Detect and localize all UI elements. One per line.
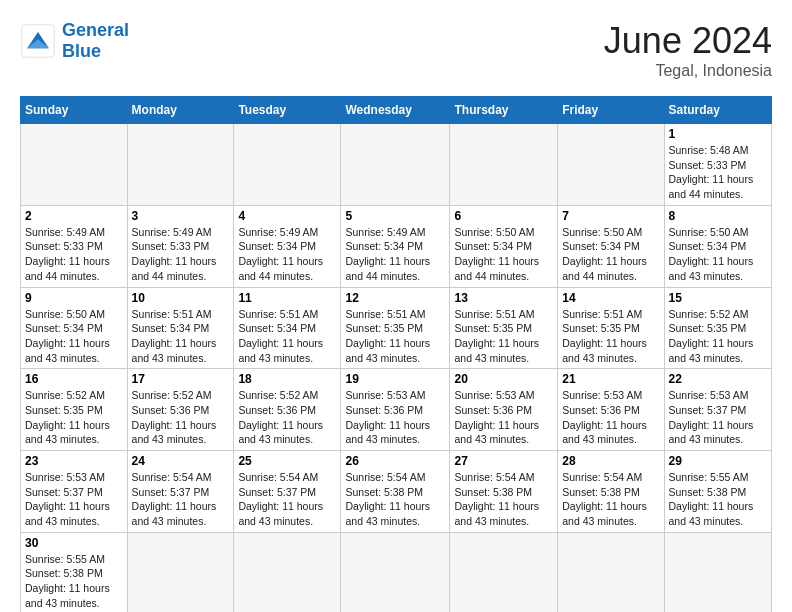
logo-icon <box>20 23 56 59</box>
day-info: Sunrise: 5:54 AMSunset: 5:37 PMDaylight:… <box>238 470 336 529</box>
calendar-cell <box>234 532 341 612</box>
calendar-cell: 2Sunrise: 5:49 AMSunset: 5:33 PMDaylight… <box>21 205 128 287</box>
calendar-cell: 13Sunrise: 5:51 AMSunset: 5:35 PMDayligh… <box>450 287 558 369</box>
weekday-header-wednesday: Wednesday <box>341 97 450 124</box>
logo-text: GeneralBlue <box>62 20 129 62</box>
calendar-cell: 30Sunrise: 5:55 AMSunset: 5:38 PMDayligh… <box>21 532 128 612</box>
calendar-cell: 22Sunrise: 5:53 AMSunset: 5:37 PMDayligh… <box>664 369 771 451</box>
day-number: 26 <box>345 454 445 468</box>
location-subtitle: Tegal, Indonesia <box>604 62 772 80</box>
day-info: Sunrise: 5:51 AMSunset: 5:35 PMDaylight:… <box>345 307 445 366</box>
day-info: Sunrise: 5:52 AMSunset: 5:36 PMDaylight:… <box>238 388 336 447</box>
day-info: Sunrise: 5:52 AMSunset: 5:35 PMDaylight:… <box>669 307 767 366</box>
day-number: 28 <box>562 454 659 468</box>
day-info: Sunrise: 5:52 AMSunset: 5:35 PMDaylight:… <box>25 388 123 447</box>
calendar-week-2: 9Sunrise: 5:50 AMSunset: 5:34 PMDaylight… <box>21 287 772 369</box>
day-info: Sunrise: 5:55 AMSunset: 5:38 PMDaylight:… <box>25 552 123 611</box>
day-info: Sunrise: 5:53 AMSunset: 5:36 PMDaylight:… <box>345 388 445 447</box>
day-number: 11 <box>238 291 336 305</box>
calendar-cell: 26Sunrise: 5:54 AMSunset: 5:38 PMDayligh… <box>341 451 450 533</box>
calendar-cell: 20Sunrise: 5:53 AMSunset: 5:36 PMDayligh… <box>450 369 558 451</box>
day-number: 10 <box>132 291 230 305</box>
day-info: Sunrise: 5:49 AMSunset: 5:34 PMDaylight:… <box>238 225 336 284</box>
page-header: GeneralBlue June 2024 Tegal, Indonesia <box>20 20 772 80</box>
day-number: 14 <box>562 291 659 305</box>
day-number: 4 <box>238 209 336 223</box>
calendar-cell: 18Sunrise: 5:52 AMSunset: 5:36 PMDayligh… <box>234 369 341 451</box>
day-info: Sunrise: 5:53 AMSunset: 5:37 PMDaylight:… <box>25 470 123 529</box>
weekday-header-friday: Friday <box>558 97 664 124</box>
logo: GeneralBlue <box>20 20 129 62</box>
day-number: 20 <box>454 372 553 386</box>
calendar-cell: 3Sunrise: 5:49 AMSunset: 5:33 PMDaylight… <box>127 205 234 287</box>
calendar-cell: 23Sunrise: 5:53 AMSunset: 5:37 PMDayligh… <box>21 451 128 533</box>
day-number: 27 <box>454 454 553 468</box>
day-info: Sunrise: 5:53 AMSunset: 5:36 PMDaylight:… <box>562 388 659 447</box>
calendar-cell <box>450 124 558 206</box>
month-year-title: June 2024 <box>604 20 772 62</box>
calendar-cell <box>450 532 558 612</box>
day-info: Sunrise: 5:50 AMSunset: 5:34 PMDaylight:… <box>25 307 123 366</box>
calendar-week-3: 16Sunrise: 5:52 AMSunset: 5:35 PMDayligh… <box>21 369 772 451</box>
calendar-cell: 29Sunrise: 5:55 AMSunset: 5:38 PMDayligh… <box>664 451 771 533</box>
day-number: 16 <box>25 372 123 386</box>
day-info: Sunrise: 5:50 AMSunset: 5:34 PMDaylight:… <box>669 225 767 284</box>
day-number: 1 <box>669 127 767 141</box>
calendar-cell <box>558 124 664 206</box>
weekday-header-monday: Monday <box>127 97 234 124</box>
day-info: Sunrise: 5:51 AMSunset: 5:35 PMDaylight:… <box>454 307 553 366</box>
day-number: 12 <box>345 291 445 305</box>
day-info: Sunrise: 5:49 AMSunset: 5:34 PMDaylight:… <box>345 225 445 284</box>
calendar-cell <box>341 124 450 206</box>
calendar-week-5: 30Sunrise: 5:55 AMSunset: 5:38 PMDayligh… <box>21 532 772 612</box>
calendar-cell: 1Sunrise: 5:48 AMSunset: 5:33 PMDaylight… <box>664 124 771 206</box>
day-number: 17 <box>132 372 230 386</box>
calendar-cell: 19Sunrise: 5:53 AMSunset: 5:36 PMDayligh… <box>341 369 450 451</box>
calendar-cell: 27Sunrise: 5:54 AMSunset: 5:38 PMDayligh… <box>450 451 558 533</box>
day-number: 3 <box>132 209 230 223</box>
calendar-cell: 4Sunrise: 5:49 AMSunset: 5:34 PMDaylight… <box>234 205 341 287</box>
title-block: June 2024 Tegal, Indonesia <box>604 20 772 80</box>
weekday-header-saturday: Saturday <box>664 97 771 124</box>
calendar-cell <box>558 532 664 612</box>
calendar-week-0: 1Sunrise: 5:48 AMSunset: 5:33 PMDaylight… <box>21 124 772 206</box>
day-number: 22 <box>669 372 767 386</box>
calendar-week-4: 23Sunrise: 5:53 AMSunset: 5:37 PMDayligh… <box>21 451 772 533</box>
day-number: 13 <box>454 291 553 305</box>
calendar-cell <box>127 124 234 206</box>
calendar-cell: 10Sunrise: 5:51 AMSunset: 5:34 PMDayligh… <box>127 287 234 369</box>
calendar-cell: 14Sunrise: 5:51 AMSunset: 5:35 PMDayligh… <box>558 287 664 369</box>
day-number: 29 <box>669 454 767 468</box>
calendar-cell: 9Sunrise: 5:50 AMSunset: 5:34 PMDaylight… <box>21 287 128 369</box>
calendar-cell: 28Sunrise: 5:54 AMSunset: 5:38 PMDayligh… <box>558 451 664 533</box>
day-number: 21 <box>562 372 659 386</box>
day-info: Sunrise: 5:55 AMSunset: 5:38 PMDaylight:… <box>669 470 767 529</box>
day-info: Sunrise: 5:48 AMSunset: 5:33 PMDaylight:… <box>669 143 767 202</box>
day-info: Sunrise: 5:51 AMSunset: 5:34 PMDaylight:… <box>132 307 230 366</box>
day-number: 19 <box>345 372 445 386</box>
calendar-cell: 24Sunrise: 5:54 AMSunset: 5:37 PMDayligh… <box>127 451 234 533</box>
day-number: 23 <box>25 454 123 468</box>
calendar-cell <box>664 532 771 612</box>
calendar-cell: 15Sunrise: 5:52 AMSunset: 5:35 PMDayligh… <box>664 287 771 369</box>
calendar-cell: 11Sunrise: 5:51 AMSunset: 5:34 PMDayligh… <box>234 287 341 369</box>
day-number: 24 <box>132 454 230 468</box>
day-info: Sunrise: 5:53 AMSunset: 5:37 PMDaylight:… <box>669 388 767 447</box>
day-number: 2 <box>25 209 123 223</box>
weekday-header-tuesday: Tuesday <box>234 97 341 124</box>
calendar-cell: 5Sunrise: 5:49 AMSunset: 5:34 PMDaylight… <box>341 205 450 287</box>
day-info: Sunrise: 5:51 AMSunset: 5:35 PMDaylight:… <box>562 307 659 366</box>
calendar-cell: 8Sunrise: 5:50 AMSunset: 5:34 PMDaylight… <box>664 205 771 287</box>
weekday-header-thursday: Thursday <box>450 97 558 124</box>
calendar-cell: 7Sunrise: 5:50 AMSunset: 5:34 PMDaylight… <box>558 205 664 287</box>
calendar-cell: 17Sunrise: 5:52 AMSunset: 5:36 PMDayligh… <box>127 369 234 451</box>
calendar-table: SundayMondayTuesdayWednesdayThursdayFrid… <box>20 96 772 612</box>
calendar-cell <box>341 532 450 612</box>
calendar-cell <box>21 124 128 206</box>
day-number: 25 <box>238 454 336 468</box>
calendar-cell: 16Sunrise: 5:52 AMSunset: 5:35 PMDayligh… <box>21 369 128 451</box>
calendar-cell <box>127 532 234 612</box>
day-number: 5 <box>345 209 445 223</box>
day-info: Sunrise: 5:49 AMSunset: 5:33 PMDaylight:… <box>132 225 230 284</box>
day-number: 18 <box>238 372 336 386</box>
